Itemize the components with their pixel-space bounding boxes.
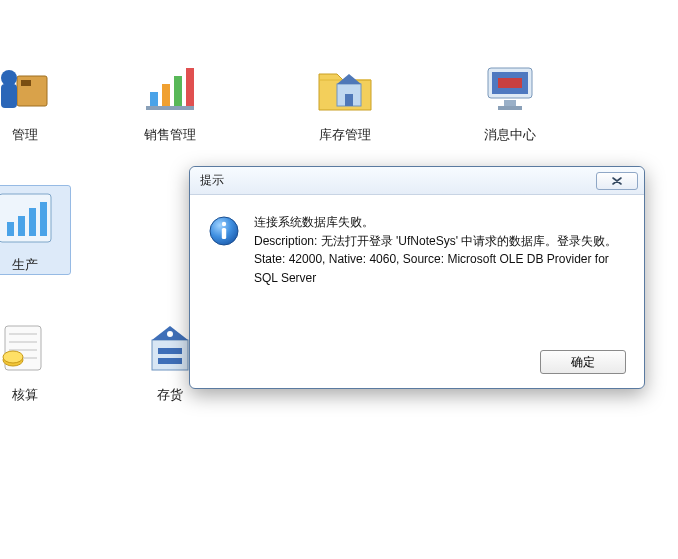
svg-rect-14 — [498, 78, 522, 88]
svg-point-28 — [3, 351, 23, 363]
svg-rect-3 — [1, 84, 17, 108]
svg-rect-19 — [18, 216, 25, 236]
ok-button[interactable]: 确定 — [540, 350, 626, 374]
svg-rect-5 — [150, 92, 158, 106]
svg-point-2 — [1, 70, 17, 86]
close-button[interactable] — [596, 172, 638, 190]
svg-rect-7 — [174, 76, 182, 106]
message-dialog: 提示 连接系统数据库失败。 — [189, 166, 645, 389]
svg-rect-1 — [21, 80, 31, 86]
svg-rect-16 — [498, 106, 522, 110]
svg-rect-21 — [40, 202, 47, 236]
desktop-icon-label: 销售管理 — [125, 126, 215, 144]
dialog-line-2: Description: 无法打开登录 'UfNoteSys' 中请求的数据库。… — [254, 232, 628, 251]
desktop-icon-mgmt[interactable]: 管理 — [0, 56, 70, 144]
svg-rect-36 — [222, 228, 226, 239]
bar-chart-small-icon — [0, 186, 57, 250]
desktop-icon-sales[interactable]: 销售管理 — [125, 56, 215, 144]
dialog-footer: 确定 — [540, 350, 626, 374]
dialog-title: 提示 — [200, 172, 596, 189]
desktop-icon-stock[interactable]: 库存管理 — [300, 56, 390, 144]
svg-rect-31 — [158, 348, 182, 354]
svg-rect-29 — [152, 340, 188, 370]
close-icon — [610, 176, 624, 186]
dialog-line-1: 连接系统数据库失败。 — [254, 213, 628, 232]
dialog-line-3: State: 42000, Native: 4060, Source: Micr… — [254, 250, 628, 287]
svg-rect-20 — [29, 208, 36, 236]
svg-point-35 — [222, 222, 226, 226]
desktop-icon-message[interactable]: 消息中心 — [465, 56, 555, 144]
svg-rect-8 — [186, 68, 194, 106]
svg-rect-11 — [345, 94, 353, 106]
dialog-body: 连接系统数据库失败。 Description: 无法打开登录 'UfNoteSy… — [190, 195, 644, 297]
desktop-icon-label: 核算 — [0, 386, 70, 404]
desktop-icon-account[interactable]: 核算 — [0, 316, 70, 404]
svg-point-33 — [167, 331, 173, 337]
svg-rect-18 — [7, 222, 14, 236]
ledger-icon — [0, 316, 57, 380]
desktop-icon-label: 管理 — [0, 126, 70, 144]
svg-rect-32 — [158, 358, 182, 364]
folder-warehouse-icon — [313, 56, 377, 120]
svg-rect-4 — [146, 106, 194, 110]
dialog-message: 连接系统数据库失败。 Description: 无法打开登录 'UfNoteSy… — [254, 213, 628, 287]
info-icon — [208, 215, 240, 247]
monitor-icon — [478, 56, 542, 120]
bar-chart-icon — [138, 56, 202, 120]
svg-rect-6 — [162, 84, 170, 106]
desktop-icon-label: 库存管理 — [300, 126, 390, 144]
box-person-icon — [0, 56, 57, 120]
dialog-titlebar[interactable]: 提示 — [190, 167, 644, 195]
desktop-icon-label: 生产 — [0, 256, 70, 274]
desktop-icon-label: 消息中心 — [465, 126, 555, 144]
desktop-icon-prod[interactable]: 生产 — [0, 186, 70, 274]
svg-rect-15 — [504, 100, 516, 106]
